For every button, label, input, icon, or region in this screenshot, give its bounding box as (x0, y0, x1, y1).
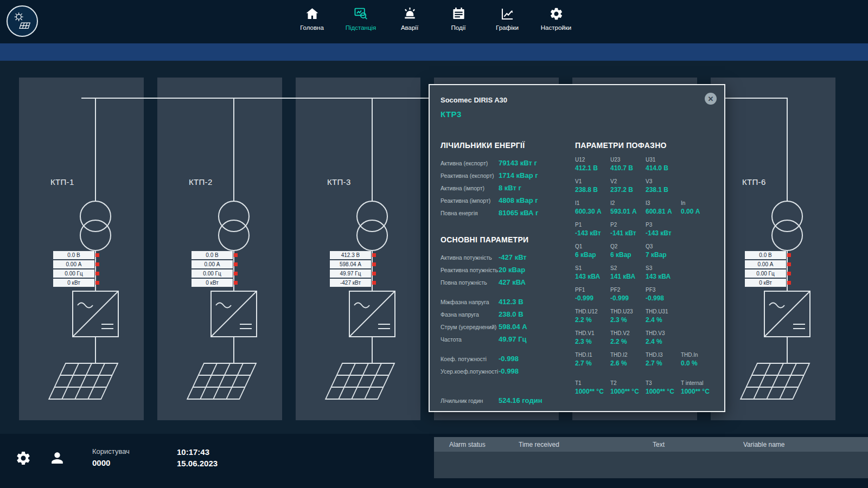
alarm-column-header: Time received (519, 441, 653, 448)
phase-param: THD.I22.6 % (610, 352, 646, 367)
phase-param-label: THD.U23 (610, 309, 646, 314)
param-label: Фазна напруга (441, 311, 499, 318)
phase-param-value: 143 кВА (575, 273, 610, 280)
phase-param-value: 412.1 В (575, 164, 610, 172)
home-icon (305, 7, 320, 21)
phase-param: U31414.0 В (646, 157, 681, 172)
phase-param: THD.I12.7 % (575, 352, 610, 367)
station-panel-2[interactable]: КТП-2 0.0 В0.00 А0.00 Гц0 кВт (157, 78, 282, 420)
readout-value: 0.00 Гц (53, 269, 94, 278)
solar-array-icon (326, 363, 394, 399)
phase-param: P1-143 кВт (575, 222, 610, 237)
phase-param: S2141 кВА (610, 265, 646, 280)
param-row: Повна енергія81065 кВА г (441, 207, 574, 219)
phase-param-label: V2 (610, 178, 646, 184)
close-icon[interactable]: ✕ (705, 93, 717, 105)
hours-row: Лічильник годин 524.16 годин (441, 396, 668, 404)
station-panel-3[interactable]: КТП-3 412.3 В598.04 А49.97 Гц-427 кВт (296, 78, 420, 420)
phase-param-value: 1000** °С (681, 388, 718, 395)
phase-param-label: PF2 (610, 287, 646, 293)
phase-param-label: THD.U31 (646, 309, 681, 314)
transformer-icon (772, 220, 802, 251)
phase-param-value: 2.4 % (646, 338, 681, 345)
solar-array-icon (49, 363, 118, 399)
transformer-icon (357, 201, 387, 232)
phase-param-label: I3 (646, 200, 681, 206)
phase-row: PF1-0.999PF2-0.999PF3-0.998 (575, 287, 718, 302)
settings-gear-icon[interactable] (15, 450, 31, 466)
station-name: КТП-6 (742, 177, 766, 187)
solar-logo-icon (10, 9, 35, 34)
phase-param-label: T internal (681, 380, 718, 386)
param-value: 598.04 А (499, 323, 527, 331)
param-label: Активна потужність (441, 254, 499, 261)
readout-value: 0 кВт (745, 279, 786, 287)
readout-value: 0.00 А (53, 260, 94, 268)
param-value: 8 кВт г (499, 184, 521, 192)
phase-param-value: 237.2 В (610, 186, 646, 194)
nav-item-charts[interactable]: Графіки (485, 7, 529, 31)
phase-param: T internal1000** °С (681, 380, 718, 395)
station-readouts: 0.0 В0.00 А0.00 Гц0 кВт (53, 251, 94, 288)
user-label: Користувач (92, 447, 130, 455)
phase-param-value: 600.30 А (575, 208, 610, 215)
phase-row: P1-143 кВтP2-141 кВтP3-143 кВт (575, 222, 718, 237)
station-name: КТП-3 (327, 177, 351, 187)
param-label: Міжфазна напруга (441, 299, 499, 305)
phase-param-label: THD.V1 (575, 330, 610, 336)
user-id: 0000 (92, 458, 130, 467)
nav-item-settings[interactable]: Настройки (534, 7, 578, 31)
phase-param: THD.V32.4 % (646, 330, 681, 345)
station-diagram (157, 78, 282, 420)
phase-param-label: THD.In (681, 352, 718, 358)
phase-param-value: 600.81 А (646, 208, 681, 215)
nav-item-home[interactable]: Головна (290, 7, 334, 31)
station-panel-1[interactable]: КТП-1 0.0 В0.00 А0.00 Гц0 кВт (19, 78, 144, 420)
phase-row: Q16 кВарQ26 кВарQ37 кВар (575, 243, 718, 259)
nav-item-alarm[interactable]: Аварії (387, 7, 432, 31)
param-row: Повна потужність427 кВА (441, 276, 574, 288)
phase-param-value: 2.4 % (646, 316, 681, 324)
device-name: Socomec DIRIS A30 (441, 96, 507, 104)
transformer-icon (80, 220, 111, 251)
station-panel-6[interactable]: КТП-6 0.0 В0.00 А0.00 Гц0 кВт (711, 78, 835, 420)
station-readouts: 412.3 В598.04 А49.97 Гц-427 кВт (330, 251, 371, 288)
phase-param-value: 6 кВар (610, 251, 646, 259)
phase-param: U23410.7 В (610, 157, 646, 172)
nav-label: Головна (300, 24, 324, 31)
phase-param: V3238.1 В (646, 178, 681, 194)
phase-param-value: 0.0 % (681, 359, 718, 367)
phase-param-label: T2 (610, 380, 646, 386)
param-row: Міжфазна напруга412.3 В (441, 296, 574, 308)
alarm-column-header: Text (653, 441, 743, 448)
param-value: -427 кВт (499, 253, 527, 261)
nav-item-substation[interactable]: Підстанція (339, 7, 383, 31)
phase-param-label: U31 (646, 157, 681, 163)
param-label: Частота (441, 336, 499, 343)
phase-param: I1600.30 А (575, 200, 610, 215)
phase-param-value: 0.00 А (681, 208, 718, 215)
transformer-icon (219, 220, 249, 251)
phase-param-label: THD.I1 (575, 352, 610, 358)
phase-param: V1238.8 В (575, 178, 610, 194)
phase-section-title: ПАРАМЕТРИ ПОФАЗНО (575, 141, 718, 150)
phase-param-value: 143 кВА (646, 273, 681, 280)
param-label: Реактивна (імпорт) (441, 197, 499, 204)
phase-param-label: P1 (575, 222, 610, 228)
readout-value: 0.0 В (745, 251, 786, 259)
phase-param-value: 1000** °С (610, 388, 646, 395)
readout-value: 412.3 В (330, 251, 371, 259)
modal-right-column: ПАРАМЕТРИ ПОФАЗНО U12412.1 ВU23410.7 ВU3… (575, 141, 718, 402)
user-icon[interactable] (49, 450, 66, 466)
phase-param-label: THD.V2 (610, 330, 646, 336)
alarm-column-header: Alarm status (449, 441, 519, 448)
param-value: 79143 кВт г (499, 159, 537, 167)
transformer-icon (219, 201, 249, 232)
solar-array-icon (741, 363, 809, 399)
phase-row: V1238.8 ВV2237.2 ВV3238.1 В (575, 178, 718, 194)
nav-item-events[interactable]: Події (436, 7, 481, 31)
phase-row: S1143 кВАS2141 кВАS3143 кВА (575, 265, 718, 280)
device-title: КТР3 (441, 110, 462, 119)
nav-label: Графіки (496, 24, 519, 31)
alarm-table-header: Alarm statusTime receivedTextVariable na… (434, 437, 868, 452)
